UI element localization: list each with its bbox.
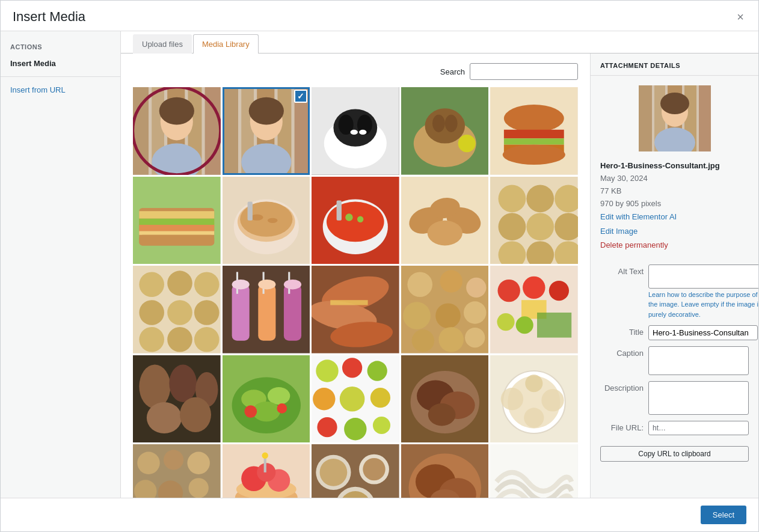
- svg-point-78: [167, 300, 192, 325]
- svg-point-128: [277, 403, 287, 414]
- close-button[interactable]: ×: [734, 11, 746, 23]
- svg-point-82: [194, 327, 220, 352]
- svg-rect-115: [537, 313, 571, 338]
- svg-point-29: [458, 135, 475, 152]
- media-item[interactable]: [401, 444, 489, 498]
- svg-rect-57: [337, 200, 342, 220]
- media-item[interactable]: [223, 355, 310, 443]
- sidebar-link-insert-from-url[interactable]: Insert from URL: [1, 82, 120, 98]
- insert-media-dialog: Insert Media × Actions Insert Media Inse…: [0, 0, 759, 532]
- media-grid-scroll[interactable]: ✓: [133, 87, 578, 498]
- media-item[interactable]: [133, 177, 221, 264]
- media-item[interactable]: [490, 355, 578, 443]
- edit-image-link[interactable]: Edit Image: [600, 224, 749, 238]
- svg-point-49: [250, 214, 263, 220]
- media-item[interactable]: ✓: [223, 87, 310, 175]
- svg-point-100: [440, 270, 462, 292]
- media-item[interactable]: [490, 177, 578, 264]
- svg-rect-41: [139, 218, 214, 224]
- attachment-filesize: 77 KB: [600, 185, 749, 198]
- title-input[interactable]: [648, 325, 758, 340]
- media-item[interactable]: [401, 177, 489, 264]
- svg-point-65: [527, 185, 555, 212]
- select-button[interactable]: Select: [701, 506, 746, 524]
- delete-permanently-link[interactable]: Delete permanently: [600, 238, 749, 252]
- attachment-thumb-image: [639, 85, 711, 151]
- media-item[interactable]: [223, 266, 310, 353]
- search-bar: Search: [133, 63, 578, 80]
- copy-url-button[interactable]: Copy URL to clipboard: [600, 446, 749, 462]
- attachment-meta: Hero-1-Business-Consultant.jpg May 30, 2…: [591, 161, 758, 260]
- svg-point-76: [194, 272, 220, 298]
- title-row: Title: [600, 325, 749, 340]
- svg-point-149: [526, 375, 543, 392]
- tab-media-library[interactable]: Media Library: [193, 34, 259, 54]
- media-item[interactable]: [490, 87, 578, 175]
- edit-with-elementor-link[interactable]: Edit with Elementor AI: [600, 210, 749, 224]
- svg-point-79: [194, 300, 220, 325]
- svg-point-154: [187, 452, 209, 474]
- file-url-label: File URL:: [600, 421, 644, 432]
- svg-point-137: [344, 418, 366, 440]
- svg-point-136: [318, 417, 337, 437]
- alt-text-input[interactable]: [648, 264, 758, 289]
- svg-point-169: [262, 453, 268, 459]
- dialog-body: Actions Insert Media Insert from URL Upl…: [1, 31, 758, 498]
- svg-point-118: [169, 364, 197, 402]
- svg-rect-40: [139, 211, 214, 218]
- media-item[interactable]: [312, 177, 399, 264]
- media-item[interactable]: [401, 355, 489, 443]
- svg-point-138: [373, 417, 390, 434]
- svg-point-133: [313, 388, 335, 410]
- svg-point-50: [267, 218, 277, 222]
- sidebar-item-insert-media[interactable]: Insert Media: [1, 55, 120, 72]
- svg-point-23: [351, 130, 358, 135]
- svg-point-135: [370, 388, 390, 408]
- svg-point-74: [139, 272, 164, 298]
- file-url-input[interactable]: [648, 421, 749, 435]
- media-item[interactable]: [223, 444, 310, 498]
- media-item[interactable]: [133, 266, 221, 353]
- selected-check: ✓: [294, 90, 307, 103]
- media-item[interactable]: [312, 444, 399, 498]
- svg-point-37: [503, 145, 565, 165]
- sidebar-section-title: Actions: [1, 43, 120, 55]
- search-input[interactable]: [470, 63, 578, 80]
- svg-point-77: [139, 300, 164, 325]
- media-item[interactable]: [401, 87, 489, 175]
- svg-rect-42: [139, 225, 214, 231]
- svg-rect-1: [133, 87, 149, 175]
- media-item[interactable]: [312, 355, 399, 443]
- attachment-filename: Hero-1-Business-Consultant.jpg: [600, 161, 749, 170]
- alt-text-row: Alt Text Learn how to describe the purpo…: [600, 264, 749, 320]
- alt-text-label: Alt Text: [600, 264, 644, 276]
- svg-point-102: [403, 302, 431, 330]
- media-item[interactable]: [401, 266, 489, 353]
- svg-point-104: [464, 301, 486, 323]
- caption-input[interactable]: [648, 346, 749, 375]
- media-item[interactable]: [133, 355, 221, 443]
- svg-point-110: [523, 277, 545, 299]
- svg-point-152: [137, 452, 159, 474]
- media-item[interactable]: [223, 177, 310, 264]
- media-grid-container: Search: [121, 54, 590, 498]
- svg-rect-34: [504, 130, 564, 139]
- svg-rect-51: [247, 201, 252, 220]
- media-item[interactable]: [490, 444, 578, 498]
- description-input[interactable]: [648, 381, 749, 415]
- media-item[interactable]: [133, 87, 221, 175]
- media-item[interactable]: [490, 266, 578, 353]
- attachment-fields: Alt Text Learn how to describe the purpo…: [591, 260, 758, 467]
- attachment-date: May 30, 2024: [600, 173, 749, 185]
- media-item[interactable]: [312, 266, 399, 353]
- svg-point-191: [660, 93, 689, 114]
- svg-point-81: [167, 327, 192, 352]
- tab-upload[interactable]: Upload files: [133, 34, 192, 54]
- attachment-panel: ATTACHMENT DETAILS: [590, 54, 758, 498]
- alt-text-note[interactable]: Learn how to describe the purpose of the…: [648, 290, 758, 320]
- media-item[interactable]: [133, 444, 221, 498]
- file-url-row: File URL:: [600, 421, 749, 435]
- svg-point-105: [411, 329, 434, 352]
- media-item[interactable]: [312, 87, 399, 175]
- media-grid: ✓: [133, 87, 578, 498]
